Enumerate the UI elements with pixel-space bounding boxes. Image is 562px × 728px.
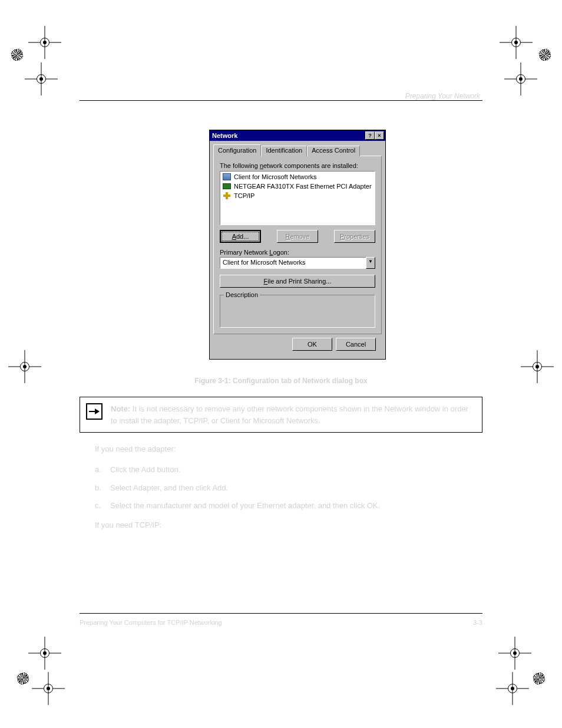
crop-mark (500, 26, 533, 59)
note-box: Note: It is not necessary to remove any … (80, 397, 482, 433)
client-icon (222, 173, 232, 181)
properties-button[interactable]: Properties (334, 230, 375, 243)
header-rule (80, 100, 482, 101)
instruction-step: c. Select the manufacturer and model of … (95, 500, 482, 512)
step-number: c. (95, 500, 110, 512)
dialog-body: Configuration Identification Access Cont… (210, 141, 385, 359)
tab-access-control[interactable]: Access Control (307, 146, 360, 156)
list-item-label: NETGEAR FA310TX Fast Ethernet PCI Adapte… (234, 183, 372, 190)
instructions: If you need the adapter: a. Click the Ad… (80, 443, 482, 532)
step-number: b. (95, 482, 110, 495)
step-text: Select the manufacturer and model of you… (110, 500, 380, 512)
protocol-icon (222, 192, 232, 200)
components-label: The following network components are ins… (220, 162, 375, 169)
footer: Preparing Your Computers for TCP/IP Netw… (80, 619, 482, 626)
close-button[interactable]: × (375, 131, 384, 140)
titlebar[interactable]: Network ? × (210, 130, 385, 141)
help-button[interactable]: ? (365, 131, 375, 140)
remove-button[interactable]: Remove (277, 230, 318, 243)
crop-mark (8, 46, 26, 64)
crop-mark (14, 670, 32, 687)
primary-logon-value: Client for Microsoft Networks (220, 257, 366, 269)
components-listbox[interactable]: Client for Microsoft Networks NETGEAR FA… (220, 171, 375, 225)
list-item-label: Client for Microsoft Networks (234, 173, 317, 180)
crop-mark (32, 672, 65, 705)
list-item[interactable]: TCP/IP (221, 191, 374, 200)
list-item-label: TCP/IP (234, 192, 254, 199)
crop-mark (504, 62, 537, 95)
cancel-button[interactable]: Cancel (336, 338, 376, 351)
crop-mark (28, 637, 61, 670)
step-text: Select Adapter, and then click Add. (110, 482, 228, 495)
description-groupbox: Description (220, 295, 375, 328)
note-icon-cell (80, 397, 108, 432)
instruction-outro: If you need TCP/IP: (80, 519, 482, 532)
tab-panel: The following network components are ins… (213, 156, 382, 334)
add-button[interactable]: Add... (220, 230, 261, 243)
crop-mark (498, 637, 531, 670)
footer-rule (80, 613, 482, 614)
instruction-step: a. Click the Add button. (95, 464, 482, 476)
instruction-step: b. Select Adapter, and then click Add. (95, 482, 482, 495)
network-dialog: Network ? × Configuration Identification… (209, 130, 386, 360)
crop-mark (530, 670, 548, 687)
crop-mark (496, 672, 529, 705)
crop-mark (521, 350, 554, 383)
tabs: Configuration Identification Access Cont… (213, 144, 382, 156)
dialog-title: Network (212, 132, 365, 139)
dialog-footer: OK Cancel (213, 334, 382, 354)
crop-mark (25, 62, 58, 95)
primary-logon-combo[interactable]: Client for Microsoft Networks ▼ (220, 257, 375, 269)
page-content: Preparing Your Network Network ? × Confi… (80, 94, 482, 532)
list-item[interactable]: Client for Microsoft Networks (221, 172, 374, 182)
header-right: Preparing Your Network (80, 92, 482, 100)
description-label: Description (224, 291, 260, 298)
figure-caption: Figure 3-1: Configuration tab of Network… (80, 377, 482, 385)
list-item[interactable]: NETGEAR FA310TX Fast Ethernet PCI Adapte… (221, 182, 374, 191)
adapter-icon (222, 182, 232, 190)
primary-logon-label: Primary Network Logon: (220, 249, 375, 256)
footer-left: Preparing Your Computers for TCP/IP Netw… (80, 619, 222, 626)
ok-button[interactable]: OK (292, 338, 332, 351)
instruction-intro: If you need the adapter: (80, 443, 482, 456)
dropdown-button[interactable]: ▼ (366, 257, 375, 269)
crop-mark (8, 350, 41, 383)
crop-mark (28, 26, 61, 59)
note-text: Note: It is not necessary to remove any … (108, 397, 482, 432)
step-text: Click the Add button. (110, 464, 180, 476)
arrow-icon (86, 403, 103, 420)
file-print-sharing-button[interactable]: File and Print Sharing... (220, 275, 375, 288)
tab-identification[interactable]: Identification (261, 146, 307, 156)
crop-mark (536, 46, 554, 64)
step-number: a. (95, 464, 110, 476)
tab-configuration[interactable]: Configuration (213, 144, 261, 156)
footer-right: 3-3 (473, 619, 482, 626)
